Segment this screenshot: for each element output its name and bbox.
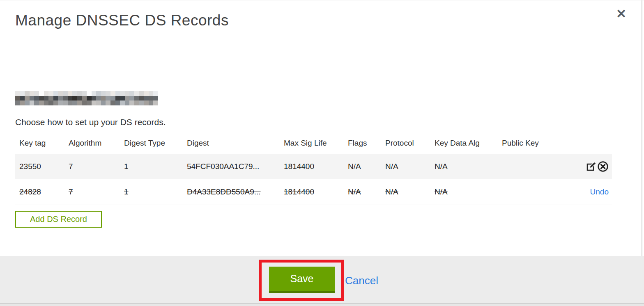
cell-key-data-alg: N/A (435, 187, 448, 196)
delete-record-icon[interactable] (597, 161, 609, 172)
cell-flags: N/A (348, 187, 361, 196)
cell-max-sig-life: 1814400 (284, 162, 314, 171)
cell-protocol: N/A (385, 187, 398, 196)
cell-protocol: N/A (385, 162, 398, 171)
col-header-max-sig-life: Max Sig Life (280, 136, 344, 154)
col-header-protocol: Protocol (381, 136, 430, 154)
cell-algorithm: 7 (69, 162, 73, 171)
col-header-flags: Flags (344, 136, 381, 154)
cell-key-tag: 24828 (19, 187, 41, 196)
cell-algorithm: 7 (69, 187, 73, 196)
redacted-domain-name (15, 91, 158, 105)
cell-flags: N/A (348, 162, 361, 171)
table-row-deleted: 24828 7 1 D4A33E8DD550A9... 1814400 N/A … (15, 179, 612, 205)
col-header-public-key: Public Key (498, 136, 567, 154)
col-header-key-data-alg: Key Data Alg (430, 136, 498, 154)
save-button[interactable]: Save (269, 267, 335, 293)
col-header-digest-type: Digest Type (120, 136, 183, 154)
cell-digest-type: 1 (124, 187, 129, 196)
col-header-algorithm: Algorithm (64, 136, 120, 154)
col-header-key-tag: Key tag (15, 136, 64, 154)
ds-records-table: Key tag Algorithm Digest Type Digest Max… (15, 136, 612, 205)
cell-key-data-alg: N/A (435, 162, 448, 171)
window-bottom-strip (0, 304, 644, 306)
cell-digest: 54FCF030AA1C79... (187, 162, 259, 171)
instruction-text: Choose how to set up your DS records. (15, 117, 166, 127)
add-ds-record-button[interactable]: Add DS Record (15, 211, 102, 228)
cell-digest-type: 1 (124, 162, 129, 171)
cell-key-tag: 23550 (19, 162, 41, 171)
table-row: 23550 7 1 54FCF030AA1C79... 1814400 N/A … (15, 154, 612, 179)
table-header-row: Key tag Algorithm Digest Type Digest Max… (15, 136, 612, 154)
col-header-digest: Digest (183, 136, 280, 154)
col-header-actions (567, 136, 612, 154)
edit-record-icon[interactable] (586, 161, 597, 172)
cell-max-sig-life: 1814400 (284, 187, 314, 196)
cancel-link[interactable]: Cancel (345, 274, 378, 287)
cell-digest: D4A33E8DD550A9... (187, 187, 261, 196)
undo-link[interactable]: Undo (590, 187, 609, 196)
page-title: Manage DNSSEC DS Records (15, 12, 229, 29)
close-icon[interactable]: ✕ (616, 8, 626, 20)
